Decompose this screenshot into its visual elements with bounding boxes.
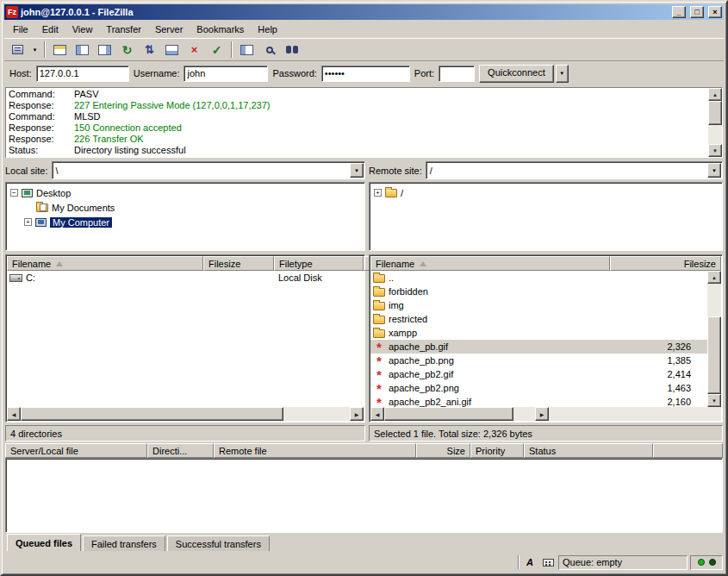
transfer-queue: Server/Local file Directi... Remote file… <box>4 443 724 533</box>
scroll-up-button[interactable]: ▲ <box>707 271 721 284</box>
menu-view[interactable]: View <box>65 22 100 37</box>
disconnect-button[interactable]: ✓ <box>206 40 227 59</box>
username-input[interactable] <box>184 66 268 82</box>
filter-icon <box>266 47 273 53</box>
file-row[interactable]: *apache_pb2.png 1,463 <box>370 381 707 395</box>
menu-transfer[interactable]: Transfer <box>99 22 148 37</box>
cancel-button[interactable]: × <box>184 40 205 59</box>
scroll-right-button[interactable]: ▶ <box>350 407 364 421</box>
column-remote-file[interactable]: Remote file <box>214 443 416 458</box>
host-label: Host: <box>9 68 32 78</box>
column-filename[interactable]: Filename <box>7 256 203 271</box>
queue-body[interactable] <box>5 458 723 533</box>
scroll-thumb[interactable] <box>21 407 283 421</box>
file-row-selected[interactable]: *apache_pb.gif 2,326 <box>370 340 707 354</box>
menu-edit[interactable]: Edit <box>35 22 65 37</box>
file-row[interactable]: *apache_pb.png 1,385 <box>370 354 707 367</box>
column-direction[interactable]: Directi... <box>147 443 214 458</box>
password-input[interactable] <box>321 66 410 82</box>
menu-server[interactable]: Server <box>148 22 190 37</box>
menu-bookmarks[interactable]: Bookmarks <box>190 22 251 37</box>
column-status[interactable]: Status <box>524 443 653 458</box>
remote-list-header: Filename Filesize <box>370 256 721 271</box>
filezilla-logo-icon: Fz <box>6 6 18 18</box>
folder-icon <box>385 189 397 197</box>
remote-vertical-scrollbar[interactable]: ▲ ▼ <box>707 271 721 407</box>
log-scrollbar[interactable]: ▲ ▼ <box>708 88 722 157</box>
scroll-up-button[interactable]: ▲ <box>708 88 722 101</box>
menu-help[interactable]: Help <box>251 22 284 37</box>
combo-dropdown-icon[interactable]: ▼ <box>707 163 721 178</box>
titlebar[interactable]: Fz john@127.0.0.1 - FileZilla _ □ × <box>4 4 724 20</box>
expand-icon[interactable]: + <box>24 218 32 226</box>
file-row-c-drive[interactable]: C: Local Disk <box>7 271 364 285</box>
column-filetype[interactable]: Filetype <box>274 256 364 271</box>
remote-status-bar: Selected 1 file. Total size: 2,326 bytes <box>369 425 723 441</box>
combo-dropdown-icon[interactable]: ▼ <box>350 163 364 178</box>
scroll-left-button[interactable]: ◀ <box>370 407 384 421</box>
site-manager-dropdown-button[interactable]: ▼ <box>29 40 40 59</box>
close-button[interactable]: × <box>708 6 722 18</box>
message-log-toggle-button[interactable] <box>49 40 71 59</box>
quickconnect-dropdown-button[interactable]: ▼ <box>556 65 569 83</box>
maximize-button[interactable]: □ <box>690 6 704 18</box>
password-label: Password: <box>272 68 316 78</box>
remote-site-combobox[interactable]: / ▼ <box>426 161 723 179</box>
column-filename[interactable]: Filename <box>370 256 610 271</box>
scroll-down-button[interactable]: ▼ <box>708 144 722 157</box>
scroll-thumb[interactable] <box>384 407 513 421</box>
scroll-right-button[interactable]: ▶ <box>535 407 549 421</box>
port-label: Port: <box>414 68 434 78</box>
column-filesize[interactable]: Filesize <box>203 256 274 271</box>
file-row[interactable]: img <box>370 298 707 312</box>
file-row[interactable]: forbidden <box>370 285 707 298</box>
tab-queued-files[interactable]: Queued files <box>7 534 81 551</box>
tree-item-my-documents[interactable]: My Documents <box>8 200 363 215</box>
file-row[interactable]: xampp <box>370 326 707 340</box>
desktop-icon <box>22 189 33 197</box>
tree-item-my-computer[interactable]: + My Computer <box>8 215 363 229</box>
column-priority[interactable]: Priority <box>470 443 524 458</box>
filter-button[interactable] <box>258 40 280 59</box>
scroll-thumb[interactable] <box>708 101 722 125</box>
local-site-combobox[interactable]: \ ▼ <box>52 161 365 179</box>
file-row[interactable]: *apache_pb2.gif 2,414 <box>370 367 707 381</box>
remote-treeview-toggle-button[interactable] <box>94 40 115 59</box>
find-files-button[interactable] <box>281 40 302 59</box>
activity-indicator-icon[interactable] <box>540 555 556 569</box>
port-input[interactable] <box>439 66 475 82</box>
remote-treeview-toggle-icon <box>98 45 111 55</box>
site-manager-button[interactable] <box>7 40 28 59</box>
host-input[interactable] <box>36 66 129 82</box>
column-filesize[interactable]: Filesize <box>610 256 721 271</box>
column-spacer <box>653 443 723 458</box>
local-treeview-toggle-button[interactable] <box>72 40 93 59</box>
scroll-left-button[interactable]: ◀ <box>7 407 21 421</box>
expand-icon[interactable]: + <box>374 189 382 197</box>
local-horizontal-scrollbar[interactable]: ◀ ▶ <box>7 407 364 421</box>
scroll-down-button[interactable]: ▼ <box>707 394 721 407</box>
collapse-icon[interactable]: − <box>10 189 18 197</box>
refresh-button[interactable]: ↻ <box>116 40 138 59</box>
menu-file[interactable]: File <box>6 22 35 37</box>
file-row[interactable]: restricted <box>370 312 707 326</box>
transfer-type-icon[interactable]: A <box>522 555 538 569</box>
column-server-local-file[interactable]: Server/Local file <box>5 443 147 458</box>
scroll-thumb[interactable] <box>707 316 721 394</box>
tree-item-root[interactable]: + / <box>371 185 720 200</box>
process-queue-button[interactable]: ⇅ <box>139 40 160 59</box>
remote-horizontal-scrollbar[interactable]: ◀ ▶ <box>370 407 721 421</box>
queue-view-toggle-button[interactable] <box>161 40 183 59</box>
minimize-button[interactable]: _ <box>672 6 686 18</box>
tree-item-desktop[interactable]: − Desktop <box>8 185 363 200</box>
queue-view-toggle-icon <box>165 45 178 55</box>
file-row[interactable]: .. <box>370 271 707 285</box>
file-row[interactable]: *apache_pb2_ani.gif 2,160 <box>370 395 707 407</box>
column-size[interactable]: Size <box>416 443 470 458</box>
log-line: Response:227 Entering Passive Mode (127,… <box>9 100 706 111</box>
tab-successful-transfers[interactable]: Successful transfers <box>167 535 270 551</box>
tab-failed-transfers[interactable]: Failed transfers <box>83 535 165 551</box>
quickconnect-button[interactable]: Quickconnect <box>479 65 554 83</box>
directory-comparison-button[interactable] <box>236 40 258 59</box>
log-line: Response:150 Connection accepted <box>9 122 706 134</box>
